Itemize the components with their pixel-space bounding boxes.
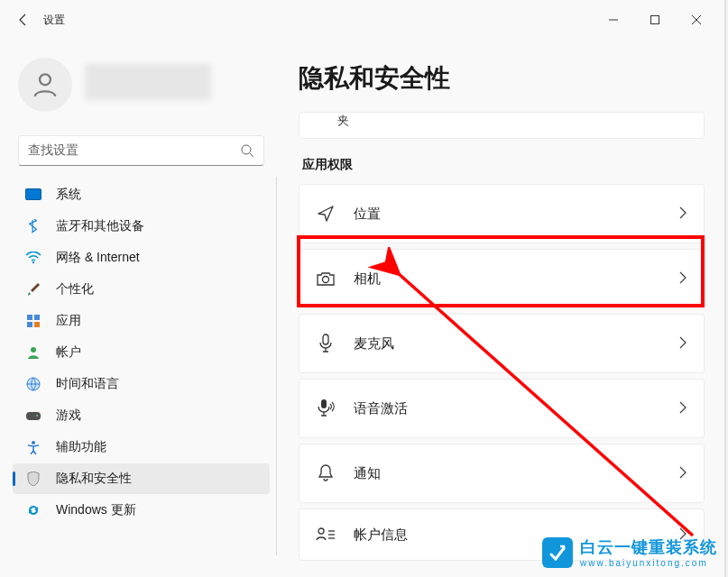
svg-rect-10	[34, 322, 40, 327]
globe-icon	[25, 376, 41, 392]
brush-icon	[25, 281, 41, 298]
titlebar: 设置	[0, 0, 724, 40]
watermark-url: www.baiyunxitong.com	[580, 558, 717, 568]
chevron-right-icon	[678, 466, 687, 481]
camera-icon	[316, 270, 336, 287]
sidebar-item-personalization[interactable]: 个性化	[13, 274, 270, 305]
watermark-brand: 白云一键重装系统	[580, 536, 717, 558]
sidebar-item-privacy[interactable]: 隐私和安全性	[13, 463, 270, 494]
card-label: 通知	[354, 465, 660, 482]
sidebar-item-apps[interactable]: 应用	[13, 306, 270, 336]
card-label: 语音激活	[354, 400, 660, 417]
close-button[interactable]	[676, 6, 717, 33]
sidebar-item-accounts[interactable]: 帐户	[13, 337, 270, 368]
wifi-icon	[25, 250, 41, 266]
watermark-logo	[542, 537, 573, 568]
card-label: 相机	[354, 270, 660, 288]
card-location[interactable]: 位置	[299, 184, 705, 243]
sidebar-item-network[interactable]: 网络 & Internet	[13, 243, 270, 273]
search-icon	[240, 143, 254, 158]
svg-point-11	[31, 347, 36, 353]
maximize-button[interactable]	[634, 6, 676, 33]
account-icon	[25, 344, 41, 361]
sidebar-item-label: 辅助功能	[56, 439, 106, 455]
sidebar-item-label: 应用	[56, 313, 81, 329]
svg-rect-13	[26, 412, 41, 420]
svg-rect-9	[27, 322, 32, 327]
shield-icon	[25, 471, 41, 487]
update-icon	[25, 502, 41, 518]
chevron-right-icon	[678, 271, 687, 287]
sidebar-item-label: 帐户	[56, 344, 81, 361]
account-info-icon	[316, 527, 336, 543]
sidebar-item-bluetooth[interactable]: 蓝牙和其他设备	[13, 211, 270, 242]
sidebar-item-label: 系统	[56, 187, 81, 203]
sidebar-item-label: 蓝牙和其他设备	[56, 218, 144, 234]
page-title: 隐私和安全性	[299, 61, 705, 96]
main-panel: 隐私和安全性 夹 应用权限 位置 相机 麦克风	[275, 40, 724, 577]
svg-rect-18	[321, 399, 327, 408]
section-heading: 应用权限	[302, 157, 705, 173]
svg-point-15	[32, 441, 35, 444]
bell-icon	[316, 464, 336, 482]
gaming-icon	[25, 408, 41, 424]
chevron-right-icon	[678, 401, 687, 417]
bluetooth-icon	[25, 218, 41, 234]
avatar	[18, 58, 72, 112]
accessibility-icon	[25, 439, 41, 455]
sidebar-divider	[276, 177, 277, 555]
svg-rect-1	[651, 16, 659, 24]
sidebar-item-label: 隐私和安全性	[56, 471, 132, 487]
card-notifications[interactable]: 通知	[299, 444, 705, 503]
svg-point-2	[40, 74, 51, 85]
system-icon	[25, 187, 41, 203]
svg-rect-17	[323, 334, 328, 344]
user-name-redacted	[85, 64, 211, 100]
svg-rect-5	[26, 189, 41, 200]
svg-point-14	[36, 415, 38, 417]
card-voice-activation[interactable]: 语音激活	[299, 379, 705, 438]
svg-line-4	[250, 153, 253, 157]
chevron-right-icon	[678, 206, 687, 222]
card-label: 位置	[354, 206, 660, 223]
user-profile[interactable]	[11, 47, 272, 130]
svg-point-6	[32, 261, 34, 263]
sidebar-item-accessibility[interactable]: 辅助功能	[13, 432, 270, 463]
card-camera[interactable]: 相机	[299, 249, 705, 308]
search-placeholder: 查找设置	[28, 142, 240, 159]
window-title: 设置	[43, 13, 65, 28]
svg-point-16	[323, 277, 329, 283]
sidebar-item-windows-update[interactable]: Windows 更新	[13, 495, 270, 526]
previous-card-stub[interactable]: 夹	[299, 112, 705, 139]
card-microphone[interactable]: 麦克风	[299, 314, 705, 373]
sidebar-item-time-language[interactable]: 时间和语言	[13, 369, 270, 399]
sidebar-item-label: 网络 & Internet	[56, 250, 140, 266]
svg-rect-8	[34, 315, 40, 320]
sidebar: 查找设置 系统 蓝牙和其他设备 网络 & Internet	[0, 40, 275, 577]
svg-point-3	[242, 145, 251, 154]
apps-icon	[25, 313, 41, 329]
microphone-icon	[316, 334, 336, 353]
sidebar-item-label: 游戏	[56, 408, 81, 424]
location-icon	[316, 205, 336, 223]
sidebar-item-label: 时间和语言	[56, 376, 119, 392]
back-button[interactable]	[7, 4, 40, 36]
svg-rect-7	[27, 315, 32, 320]
search-input[interactable]: 查找设置	[18, 135, 264, 166]
sidebar-item-system[interactable]: 系统	[13, 179, 270, 210]
watermark: 白云一键重装系统 www.baiyunxitong.com	[535, 533, 724, 572]
chevron-right-icon	[678, 336, 687, 352]
card-label: 麦克风	[354, 335, 660, 353]
sidebar-item-gaming[interactable]: 游戏	[13, 400, 270, 431]
minimize-button[interactable]	[593, 6, 634, 33]
voice-icon	[316, 398, 336, 418]
svg-point-19	[318, 528, 324, 534]
sidebar-item-label: 个性化	[56, 281, 94, 298]
sidebar-item-label: Windows 更新	[56, 502, 136, 518]
